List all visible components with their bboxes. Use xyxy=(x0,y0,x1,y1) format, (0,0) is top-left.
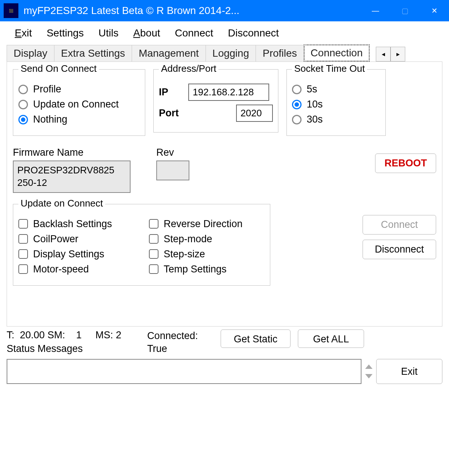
disconnect-button[interactable]: Disconnect xyxy=(363,240,436,259)
status-messages-label: Status Messages xyxy=(7,343,121,355)
titlebar: ⬛ myFP2ESP32 Latest Beta © R Brown 2014-… xyxy=(0,0,449,21)
radio-label: 5s xyxy=(307,84,317,95)
radio-profile[interactable]: Profile xyxy=(18,84,140,95)
address-port-group: Address/Port IP Port xyxy=(153,69,278,133)
get-static-button[interactable]: Get Static xyxy=(221,329,291,348)
check-label: Motor-speed xyxy=(33,264,89,275)
close-button[interactable]: ✕ xyxy=(420,0,449,21)
check-backlash[interactable]: Backlash Settings xyxy=(18,218,134,230)
status-readings: T: 20.00 SM: 1 MS: 2 xyxy=(7,329,121,341)
menu-settings[interactable]: Settings xyxy=(47,27,84,39)
tab-extra-settings[interactable]: Extra Settings xyxy=(54,45,132,61)
checkbox-icon xyxy=(149,249,158,259)
check-coilpower[interactable]: CoilPower xyxy=(18,233,134,245)
port-input[interactable] xyxy=(236,105,273,122)
tab-logging[interactable]: Logging xyxy=(206,45,256,61)
firmware-name-value: PRO2ESP32DRV8825250-12 xyxy=(13,161,131,193)
checkbox-icon xyxy=(18,219,28,229)
spinner-up-icon[interactable] xyxy=(365,364,373,369)
port-label: Port xyxy=(159,107,181,119)
exit-button[interactable]: Exit xyxy=(376,359,442,384)
update-on-connect-group: Update on Connect Backlash Settings Coil… xyxy=(13,204,270,286)
radio-label: Nothing xyxy=(33,114,67,125)
checkbox-icon xyxy=(18,249,28,259)
radio-5s[interactable]: 5s xyxy=(292,84,380,95)
spinner-down-icon[interactable] xyxy=(365,374,373,378)
radio-label: Update on Connect xyxy=(33,99,119,110)
check-temp-settings[interactable]: Temp Settings xyxy=(149,264,265,275)
connection-panel: Send On Connect Profile Update on Connec… xyxy=(7,61,442,327)
menubar: Exit Settings Utils About Connect Discon… xyxy=(0,21,449,44)
menu-about[interactable]: About xyxy=(133,27,160,39)
tab-scroll: ◂ ▸ xyxy=(376,47,405,61)
check-step-size[interactable]: Step-size xyxy=(149,248,265,260)
get-all-button[interactable]: Get ALL xyxy=(298,329,364,348)
ip-input[interactable] xyxy=(188,84,269,101)
check-label: Backlash Settings xyxy=(33,218,112,230)
firmware-rev-label: Rev xyxy=(156,147,189,158)
radio-icon xyxy=(18,85,28,94)
update-on-connect-legend: Update on Connect xyxy=(18,198,105,209)
checkbox-icon xyxy=(149,219,158,229)
send-on-connect-group: Send On Connect Profile Update on Connec… xyxy=(13,69,145,136)
check-label: Display Settings xyxy=(33,248,104,260)
status-messages-spinner[interactable] xyxy=(365,359,373,384)
reboot-button[interactable]: REBOOT xyxy=(375,154,436,173)
checkbox-icon xyxy=(18,234,28,244)
app-icon: ⬛ xyxy=(4,3,18,18)
radio-label: 30s xyxy=(307,114,323,125)
radio-30s[interactable]: 30s xyxy=(292,114,380,125)
radio-label: 10s xyxy=(307,99,323,110)
tab-scroll-left[interactable]: ◂ xyxy=(376,47,391,61)
checkbox-icon xyxy=(149,264,158,274)
address-port-legend: Address/Port xyxy=(159,63,218,74)
radio-nothing[interactable]: Nothing xyxy=(18,114,140,125)
radio-label: Profile xyxy=(33,84,61,95)
radio-icon xyxy=(18,100,28,109)
socket-timeout-legend: Socket Time Out xyxy=(292,63,367,74)
check-reverse-direction[interactable]: Reverse Direction xyxy=(149,218,265,230)
checkbox-icon xyxy=(18,264,28,274)
radio-icon xyxy=(292,100,302,109)
status-messages-box[interactable] xyxy=(7,359,361,384)
maximize-button[interactable]: ▢ xyxy=(390,0,420,21)
check-label: CoilPower xyxy=(33,233,78,245)
firmware-name-label: Firmware Name xyxy=(13,147,145,158)
checkbox-icon xyxy=(149,234,158,244)
connect-button[interactable]: Connect xyxy=(363,215,436,235)
radio-update-on-connect[interactable]: Update on Connect xyxy=(18,99,140,110)
tab-management[interactable]: Management xyxy=(132,45,206,61)
check-label: Step-mode xyxy=(164,233,212,245)
socket-timeout-group: Socket Time Out 5s 10s 30s xyxy=(286,69,386,136)
check-step-mode[interactable]: Step-mode xyxy=(149,233,265,245)
radio-icon xyxy=(292,115,302,124)
check-label: Temp Settings xyxy=(164,264,227,275)
send-on-connect-legend: Send On Connect xyxy=(18,63,99,74)
tabstrip: Display Extra Settings Management Loggin… xyxy=(7,45,442,61)
radio-icon xyxy=(292,85,302,94)
firmware-rev-value xyxy=(156,161,189,180)
menu-exit[interactable]: Exit xyxy=(15,27,32,39)
tab-connection[interactable]: Connection xyxy=(304,45,370,61)
connection-status: Connected:True xyxy=(147,329,213,355)
statusbar: T: 20.00 SM: 1 MS: 2 Status Messages Con… xyxy=(0,327,449,389)
window-title: myFP2ESP32 Latest Beta © R Brown 2014-2.… xyxy=(24,5,361,17)
tab-scroll-right[interactable]: ▸ xyxy=(391,47,405,61)
radio-10s[interactable]: 10s xyxy=(292,99,380,110)
tab-display[interactable]: Display xyxy=(7,45,54,61)
menu-connect[interactable]: Connect xyxy=(175,27,213,39)
ip-label: IP xyxy=(159,87,181,98)
menu-disconnect[interactable]: Disconnect xyxy=(228,27,279,39)
radio-icon xyxy=(18,115,28,124)
check-motor-speed[interactable]: Motor-speed xyxy=(18,264,134,275)
tab-profiles[interactable]: Profiles xyxy=(256,45,304,61)
menu-utils[interactable]: Utils xyxy=(99,27,118,39)
minimize-button[interactable]: ― xyxy=(361,0,390,21)
check-label: Step-size xyxy=(164,248,205,260)
check-label: Reverse Direction xyxy=(164,218,243,230)
check-display-settings[interactable]: Display Settings xyxy=(18,248,134,260)
